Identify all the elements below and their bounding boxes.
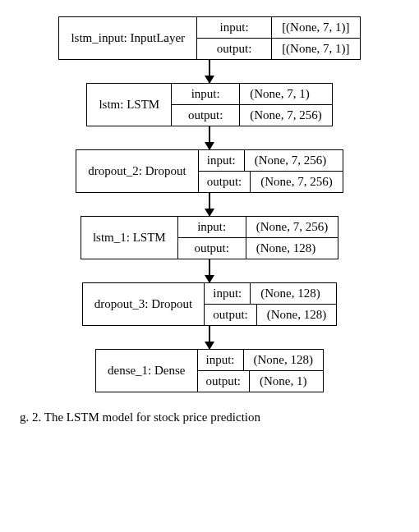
layer-node-lstm-input: lstm_input: InputLayer input: [(None, 7,… — [58, 16, 360, 60]
input-label: input: — [172, 84, 240, 104]
layer-output-row: output: (None, 7, 256) — [172, 105, 331, 126]
layer-node-dropout-2: dropout_2: Dropout input: (None, 7, 256)… — [76, 149, 343, 193]
output-label: output: — [198, 371, 251, 392]
layer-output-row: output: (None, 128) — [178, 238, 338, 259]
input-value: (None, 7, 1) — [240, 84, 319, 104]
layer-name: dense_1: Dense — [96, 350, 198, 392]
layer-output-row: output: (None, 7, 256) — [199, 172, 343, 192]
layer-name: lstm_input: InputLayer — [59, 17, 197, 59]
output-label: output: — [172, 105, 240, 126]
input-value: (None, 7, 256) — [246, 217, 338, 237]
output-label: output: — [178, 238, 246, 259]
input-value: (None, 128) — [251, 283, 329, 304]
figure-caption: g. 2. The LSTM model for stock price pre… — [16, 410, 406, 424]
input-label: input: — [198, 350, 244, 370]
layer-name: lstm: LSTM — [87, 84, 172, 126]
layer-io: input: (None, 7, 1) output: (None, 7, 25… — [172, 84, 331, 126]
layer-output-row: output: (None, 1) — [198, 371, 324, 392]
output-label: output: — [205, 305, 257, 325]
layer-input-row: input: (None, 128) — [198, 350, 324, 371]
arrow-icon — [209, 60, 210, 83]
layer-input-row: input: (None, 7, 256) — [178, 217, 338, 238]
output-value: (None, 128) — [246, 238, 325, 259]
output-value: (None, 128) — [257, 305, 336, 325]
layer-io: input: [(None, 7, 1)] output: [(None, 7,… — [197, 17, 359, 59]
layer-io: input: (None, 7, 256) output: (None, 7, … — [199, 150, 343, 192]
layer-output-row: output: [(None, 7, 1)] — [197, 39, 359, 59]
layer-input-row: input: [(None, 7, 1)] — [197, 17, 359, 39]
model-diagram: lstm_input: InputLayer input: [(None, 7,… — [16, 16, 403, 392]
layer-io: input: (None, 7, 256) output: (None, 128… — [178, 217, 338, 259]
input-value: (None, 128) — [244, 350, 323, 370]
layer-node-lstm-1: lstm_1: LSTM input: (None, 7, 256) outpu… — [81, 216, 338, 259]
layer-name: lstm_1: LSTM — [81, 217, 178, 259]
output-value: (None, 7, 256) — [251, 172, 342, 192]
input-label: input: — [178, 217, 246, 237]
layer-input-row: input: (None, 128) — [205, 283, 336, 305]
arrow-icon — [209, 126, 210, 149]
input-value: (None, 7, 256) — [245, 150, 336, 171]
input-label: input: — [205, 283, 251, 304]
output-label: output: — [199, 172, 251, 192]
input-label: input: — [199, 150, 245, 171]
layer-output-row: output: (None, 128) — [205, 305, 336, 325]
arrow-icon — [209, 259, 210, 282]
arrow-icon — [209, 326, 210, 349]
input-value: [(None, 7, 1)] — [272, 17, 359, 38]
layer-input-row: input: (None, 7, 256) — [199, 150, 343, 172]
layer-name: dropout_3: Dropout — [83, 283, 205, 325]
output-value: [(None, 7, 1)] — [272, 39, 359, 59]
arrow-icon — [209, 193, 210, 216]
layer-node-dropout-3: dropout_3: Dropout input: (None, 128) ou… — [82, 282, 338, 326]
layer-node-dense-1: dense_1: Dense input: (None, 128) output… — [95, 349, 324, 392]
layer-io: input: (None, 128) output: (None, 128) — [205, 283, 336, 325]
output-label: output: — [197, 39, 272, 59]
output-value: (None, 1) — [250, 371, 316, 392]
layer-node-lstm: lstm: LSTM input: (None, 7, 1) output: (… — [86, 83, 332, 126]
output-value: (None, 7, 256) — [240, 105, 331, 126]
layer-input-row: input: (None, 7, 1) — [172, 84, 331, 105]
layer-name: dropout_2: Dropout — [76, 150, 199, 192]
layer-io: input: (None, 128) output: (None, 1) — [198, 350, 324, 392]
input-label: input: — [197, 17, 272, 38]
